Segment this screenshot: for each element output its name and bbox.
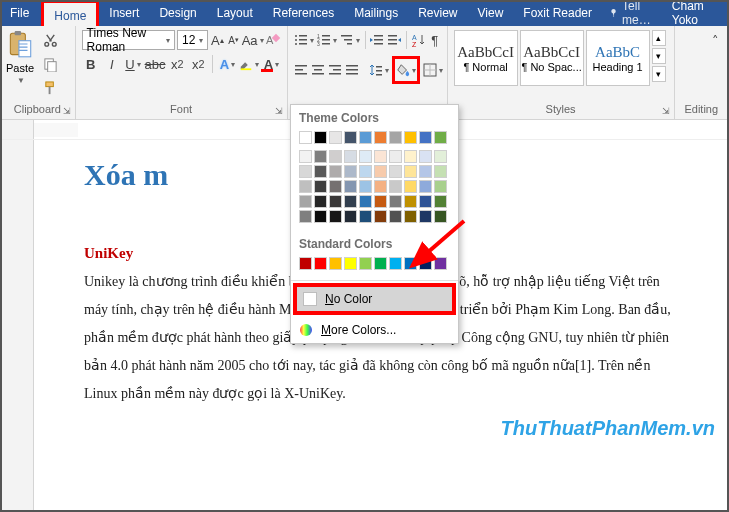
font-launcher[interactable]: ⇲ [273,105,285,117]
color-swatch[interactable] [344,131,357,144]
color-swatch[interactable] [344,165,357,178]
style-normal[interactable]: AaBbCcI¶ Normal [454,30,518,86]
collapse-ribbon-button[interactable]: ˄ [705,30,725,50]
no-color-item[interactable]: No Color [297,287,452,311]
tab-design[interactable]: Design [149,0,206,26]
color-swatch[interactable] [299,210,312,223]
color-swatch[interactable] [314,257,327,270]
color-swatch[interactable] [299,180,312,193]
tab-references[interactable]: References [263,0,344,26]
styles-down[interactable]: ▾ [652,48,666,64]
tab-view[interactable]: View [468,0,514,26]
color-swatch[interactable] [419,180,432,193]
color-swatch[interactable] [389,180,402,193]
underline-button[interactable]: U▾ [124,54,142,74]
color-swatch[interactable] [314,165,327,178]
color-swatch[interactable] [404,257,417,270]
color-swatch[interactable] [374,180,387,193]
tab-mailings[interactable]: Mailings [344,0,408,26]
subscript-button[interactable]: x2 [168,54,186,74]
copy-button[interactable] [40,54,60,74]
color-swatch[interactable] [344,195,357,208]
color-swatch[interactable] [404,180,417,193]
align-left-button[interactable] [294,60,308,80]
tab-layout[interactable]: Layout [207,0,263,26]
grow-font-button[interactable]: A▴ [210,30,224,50]
justify-button[interactable] [345,60,359,80]
style-heading1[interactable]: AaBbCHeading 1 [586,30,650,86]
color-swatch[interactable] [374,165,387,178]
color-swatch[interactable] [299,150,312,163]
style-no-spacing[interactable]: AaBbCcI¶ No Spac... [520,30,584,86]
tab-insert[interactable]: Insert [99,0,149,26]
color-swatch[interactable] [344,210,357,223]
color-swatch[interactable] [434,165,447,178]
highlight-button[interactable]: ▾ [239,54,259,74]
color-swatch[interactable] [374,131,387,144]
color-swatch[interactable] [434,150,447,163]
color-swatch[interactable] [404,195,417,208]
color-swatch[interactable] [434,131,447,144]
color-swatch[interactable] [389,150,402,163]
clipboard-launcher[interactable]: ⇲ [61,105,73,117]
tab-foxit[interactable]: Foxit Reader PDF [513,0,609,26]
color-swatch[interactable] [374,257,387,270]
color-swatch[interactable] [299,257,312,270]
tab-file[interactable]: File [0,0,39,26]
color-swatch[interactable] [359,165,372,178]
color-swatch[interactable] [434,210,447,223]
color-swatch[interactable] [389,165,402,178]
vertical-ruler[interactable] [0,140,34,512]
color-swatch[interactable] [314,150,327,163]
font-color-button[interactable]: A▾ [262,54,280,74]
color-swatch[interactable] [389,257,402,270]
styles-up[interactable]: ▴ [652,30,666,46]
bold-button[interactable]: B [82,54,100,74]
color-swatch[interactable] [374,195,387,208]
color-swatch[interactable] [389,131,402,144]
cut-button[interactable] [40,30,60,50]
styles-launcher[interactable]: ⇲ [660,105,672,117]
text-effects-button[interactable]: A▾ [218,54,236,74]
color-swatch[interactable] [344,257,357,270]
color-swatch[interactable] [314,210,327,223]
color-swatch[interactable] [419,257,432,270]
color-swatch[interactable] [359,131,372,144]
color-swatch[interactable] [344,150,357,163]
color-swatch[interactable] [389,195,402,208]
color-swatch[interactable] [329,165,342,178]
color-swatch[interactable] [404,165,417,178]
font-name-combo[interactable]: Times New Roman▾ [82,30,175,50]
color-swatch[interactable] [419,165,432,178]
font-size-combo[interactable]: 12▾ [177,30,208,50]
color-swatch[interactable] [329,195,342,208]
color-swatch[interactable] [434,195,447,208]
show-marks-button[interactable]: ¶ [429,30,441,50]
strikethrough-button[interactable]: abc [145,54,165,74]
color-swatch[interactable] [314,195,327,208]
tab-review[interactable]: Review [408,0,467,26]
color-swatch[interactable] [329,180,342,193]
increase-indent-button[interactable] [387,30,401,50]
tell-me[interactable]: Tell me… [609,0,660,27]
shrink-font-button[interactable]: A▾ [226,30,240,50]
multilevel-button[interactable]: ▾ [340,30,360,50]
color-swatch[interactable] [404,150,417,163]
color-swatch[interactable] [314,180,327,193]
color-swatch[interactable] [329,150,342,163]
color-swatch[interactable] [404,210,417,223]
color-swatch[interactable] [359,180,372,193]
color-swatch[interactable] [359,257,372,270]
color-swatch[interactable] [359,210,372,223]
color-swatch[interactable] [299,131,312,144]
color-swatch[interactable] [329,131,342,144]
decrease-indent-button[interactable] [370,30,384,50]
color-swatch[interactable] [359,195,372,208]
change-case-button[interactable]: Aa▾ [243,30,263,50]
color-swatch[interactable] [374,210,387,223]
color-swatch[interactable] [389,210,402,223]
align-right-button[interactable] [328,60,342,80]
sort-button[interactable]: AZ [412,30,426,50]
paste-button[interactable]: Paste ▼ [6,30,34,98]
color-swatch[interactable] [344,180,357,193]
